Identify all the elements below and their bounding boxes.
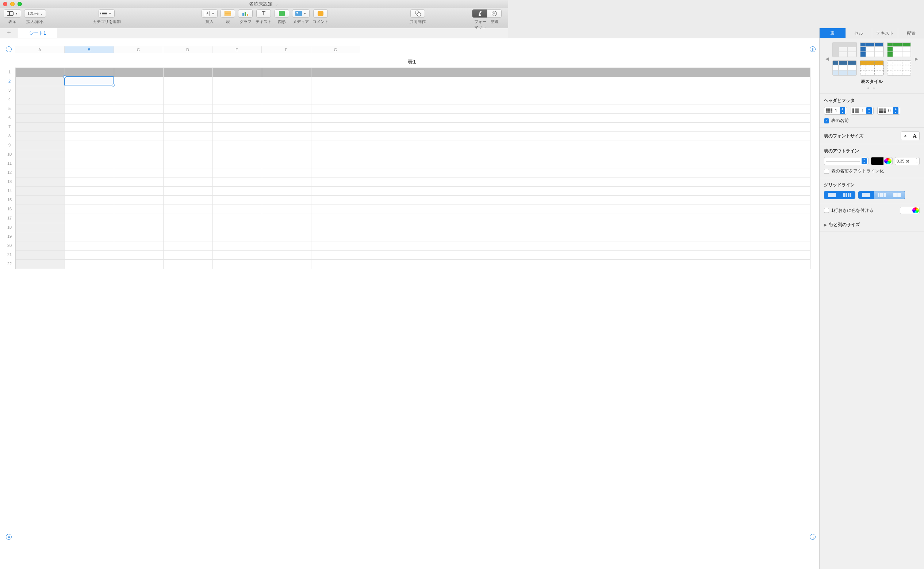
cell[interactable] — [164, 86, 213, 95]
cell[interactable] — [164, 214, 213, 223]
cell[interactable] — [164, 241, 213, 250]
cell[interactable] — [114, 86, 164, 95]
cell[interactable] — [16, 132, 65, 141]
row-header[interactable]: 14 — [5, 186, 14, 195]
cell[interactable] — [262, 86, 311, 95]
cell[interactable] — [213, 196, 262, 204]
cell[interactable] — [311, 223, 361, 232]
cell[interactable] — [262, 196, 311, 204]
text-button[interactable]: T — [256, 9, 271, 18]
row-header[interactable]: 1 — [5, 68, 14, 77]
row-header[interactable]: 16 — [5, 204, 14, 214]
cell[interactable] — [16, 214, 65, 223]
cell[interactable] — [164, 187, 213, 195]
cell[interactable] — [16, 95, 65, 104]
cell[interactable] — [114, 150, 164, 159]
cell[interactable] — [213, 95, 262, 104]
cell[interactable] — [262, 251, 311, 259]
add-sheet-button[interactable]: + — [0, 28, 18, 38]
cell[interactable] — [164, 251, 213, 259]
table-title[interactable]: 表1 — [15, 58, 508, 65]
cell[interactable] — [213, 123, 262, 131]
cell[interactable] — [65, 114, 114, 122]
organize-button[interactable] — [487, 9, 502, 18]
cell[interactable] — [65, 86, 114, 95]
cell[interactable] — [65, 214, 114, 223]
cell[interactable] — [311, 232, 361, 241]
row-header[interactable]: 11 — [5, 159, 14, 168]
cell[interactable] — [262, 141, 311, 150]
cell[interactable] — [311, 187, 361, 195]
cell[interactable] — [164, 196, 213, 204]
cell[interactable] — [16, 168, 65, 177]
cell[interactable] — [213, 150, 262, 159]
cell[interactable] — [65, 132, 114, 141]
row-header[interactable]: 22 — [5, 259, 14, 268]
cell[interactable] — [311, 214, 361, 223]
cell[interactable] — [213, 214, 262, 223]
chart-button[interactable] — [238, 9, 253, 18]
cell[interactable] — [114, 251, 164, 259]
cell[interactable] — [311, 196, 361, 204]
column-header[interactable]: F — [262, 46, 311, 53]
cell[interactable] — [16, 232, 65, 241]
cell[interactable] — [262, 260, 311, 269]
column-header[interactable]: E — [212, 46, 262, 53]
cell[interactable] — [164, 114, 213, 122]
fullscreen-window-button[interactable] — [18, 2, 22, 6]
cell[interactable] — [65, 123, 114, 131]
row-header[interactable]: 4 — [5, 95, 14, 104]
cell[interactable] — [311, 205, 361, 214]
cell[interactable] — [65, 168, 114, 177]
cell[interactable] — [213, 241, 262, 250]
cell[interactable] — [213, 114, 262, 122]
cell[interactable] — [311, 77, 361, 86]
cell[interactable] — [262, 132, 311, 141]
cell[interactable] — [164, 68, 213, 77]
cell[interactable] — [65, 260, 114, 269]
cell[interactable] — [262, 150, 311, 159]
cell[interactable] — [311, 95, 361, 104]
cell[interactable] — [164, 132, 213, 141]
cell[interactable] — [16, 196, 65, 204]
column-header[interactable]: D — [163, 46, 212, 53]
cell[interactable] — [16, 205, 65, 214]
row-header[interactable]: 15 — [5, 195, 14, 204]
shape-button[interactable] — [275, 9, 289, 18]
cell[interactable] — [65, 187, 114, 195]
cell[interactable] — [262, 159, 311, 168]
row-header[interactable]: 2 — [5, 77, 14, 86]
close-window-button[interactable] — [3, 2, 7, 6]
cell[interactable] — [16, 178, 65, 186]
cell[interactable] — [114, 241, 164, 250]
cell[interactable] — [65, 95, 114, 104]
cell[interactable] — [16, 114, 65, 122]
cell[interactable] — [16, 105, 65, 113]
cell[interactable] — [114, 214, 164, 223]
cell[interactable] — [16, 251, 65, 259]
cell[interactable] — [65, 232, 114, 241]
cell[interactable] — [311, 178, 361, 186]
cell[interactable] — [65, 178, 114, 186]
row-header[interactable]: 19 — [5, 232, 14, 241]
row-header[interactable]: 3 — [5, 86, 14, 95]
cell[interactable] — [213, 105, 262, 113]
cell[interactable] — [213, 132, 262, 141]
cell[interactable] — [164, 205, 213, 214]
cell[interactable] — [16, 241, 65, 250]
cell[interactable] — [262, 241, 311, 250]
cell[interactable] — [262, 95, 311, 104]
table-button[interactable] — [220, 9, 235, 18]
cell[interactable] — [262, 205, 311, 214]
minimize-window-button[interactable] — [10, 2, 15, 6]
cell[interactable] — [65, 241, 114, 250]
cell[interactable] — [65, 223, 114, 232]
cell[interactable] — [311, 86, 361, 95]
cell[interactable] — [114, 168, 164, 177]
cell[interactable] — [311, 114, 361, 122]
row-header[interactable]: 13 — [5, 177, 14, 186]
row-header[interactable]: 20 — [5, 241, 14, 250]
cell[interactable] — [311, 159, 361, 168]
cells[interactable] — [15, 68, 508, 269]
row-header[interactable]: 5 — [5, 104, 14, 113]
